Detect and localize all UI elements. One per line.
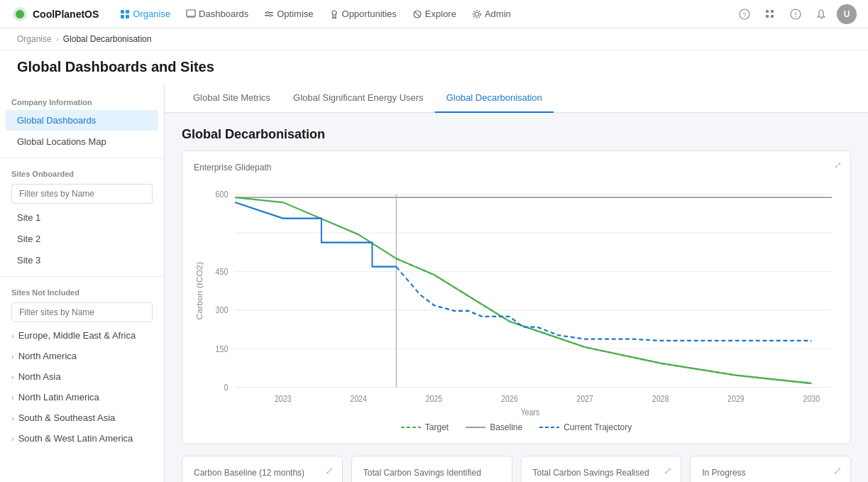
card-expand-icon-in-progress[interactable]: ⤢: [833, 465, 842, 476]
organise-icon: [120, 9, 130, 19]
chart-area: .axis-label { font: 11px sans-serif; fil…: [194, 178, 839, 420]
main-layout: Company Information Global Dashboards Gl…: [0, 84, 868, 482]
sites-not-included-label: Sites Not Included: [0, 283, 164, 300]
metric-card-savings-identified: Total Carbon Savings Identified 350,000 …: [351, 456, 512, 482]
metric-card-savings-realised: Total Carbon Savings Realised 120,000 tC…: [521, 456, 682, 482]
nav-item-admin[interactable]: Admin: [465, 4, 518, 23]
svg-rect-18: [766, 10, 769, 13]
apps-icon-button[interactable]: [760, 4, 780, 24]
page-title-bar: Global Dashboards and Sites: [0, 50, 868, 84]
breadcrumb-parent[interactable]: Organise: [17, 34, 52, 44]
help-circle-icon: [790, 9, 801, 20]
help-icon-button[interactable]: ?: [735, 4, 754, 24]
page-title: Global Dashboards and Sites: [17, 59, 851, 84]
svg-point-14: [475, 12, 479, 16]
metric-card-in-progress: In Progress 130,000 tCO2 eq ⤢: [690, 456, 851, 482]
nav-item-opportunities[interactable]: Opportunities: [322, 4, 404, 23]
tab-global-site-metrics[interactable]: Global Site Metrics: [182, 84, 282, 113]
logo-text: CoolPlanetOS: [33, 9, 99, 20]
nav-item-dashboards[interactable]: Dashboards: [179, 4, 256, 23]
card-expand-icon-realised[interactable]: ⤢: [664, 465, 672, 476]
sidebar-item-global-dashboards[interactable]: Global Dashboards: [6, 110, 158, 131]
sidebar-item-site3[interactable]: Site 3: [6, 250, 158, 270]
breadcrumb-current: Global Decarbonisation: [63, 34, 152, 44]
card-expand-icon-baseline[interactable]: ⤢: [325, 465, 334, 476]
region-item-south-west-latin-america[interactable]: › South & West Latin America: [0, 428, 164, 449]
svg-text:2025: 2025: [426, 394, 443, 403]
svg-text:0: 0: [224, 383, 228, 392]
svg-point-23: [795, 16, 796, 17]
svg-rect-4: [121, 15, 124, 18]
target-legend-line: [401, 424, 421, 431]
chevron-icon: ›: [11, 434, 14, 443]
tab-global-significant-energy[interactable]: Global Significant Energy Users: [282, 84, 435, 113]
region-item-north-asia[interactable]: › North Asia: [0, 366, 164, 387]
svg-text:2030: 2030: [803, 394, 820, 403]
breadcrumb-separator: ›: [56, 34, 59, 44]
legend-baseline: Baseline: [466, 422, 522, 432]
apps-icon: [764, 9, 776, 20]
nav-item-organise[interactable]: Organise: [113, 4, 177, 23]
chart-legend: Target Baseline Current Trajectory: [194, 422, 839, 432]
nav-right: ? U: [735, 4, 857, 24]
metric-label-savings-realised: Total Carbon Savings Realised: [533, 468, 670, 478]
region-item-north-latin-america[interactable]: › North Latin America: [0, 387, 164, 407]
metric-label-in-progress: In Progress: [702, 468, 839, 478]
chevron-icon: ›: [11, 393, 14, 402]
chart-card: Enterprise Glidepath ⤢ .axis-label { fon…: [182, 150, 851, 444]
tabs-bar: Global Site Metrics Global Significant E…: [165, 84, 868, 113]
notification-icon: [815, 9, 827, 20]
logo-icon: [11, 6, 28, 23]
baseline-legend-line: [466, 424, 485, 431]
chevron-icon: ›: [11, 352, 14, 361]
company-section-label: Company Information: [0, 92, 164, 109]
legend-target: Target: [401, 422, 449, 432]
svg-text:?: ?: [742, 11, 746, 18]
help-icon: ?: [739, 9, 750, 20]
sites-onboarded-label: Sites Onboarded: [0, 164, 164, 181]
section-title: Global Decarbonisation: [182, 127, 851, 142]
legend-current-trajectory: Current Trajectory: [539, 422, 632, 432]
svg-text:2028: 2028: [652, 394, 669, 403]
optimise-icon: [264, 9, 274, 19]
svg-rect-20: [766, 15, 769, 18]
nav-item-optimise[interactable]: Optimise: [257, 4, 320, 23]
svg-point-12: [332, 11, 336, 15]
expand-icon[interactable]: ⤢: [834, 160, 842, 170]
explore-icon: [412, 9, 422, 19]
logo[interactable]: CoolPlanetOS: [11, 6, 99, 23]
nav-items: Organise Dashboards Optimise Opportuniti…: [113, 4, 729, 23]
svg-text:300: 300: [216, 306, 229, 315]
region-item-south-southeast-asia[interactable]: › South & Southeast Asia: [0, 407, 164, 428]
content-area: Global Site Metrics Global Significant E…: [165, 84, 868, 482]
nav-item-explore[interactable]: Explore: [405, 4, 463, 23]
svg-text:2024: 2024: [350, 394, 367, 403]
svg-rect-5: [126, 15, 129, 18]
help-circle-button[interactable]: [786, 4, 806, 24]
current-trajectory-legend-line: [539, 424, 559, 431]
sidebar-item-site1[interactable]: Site 1: [6, 207, 158, 228]
svg-text:150: 150: [216, 344, 229, 354]
chart-title: Enterprise Glidepath: [194, 163, 839, 172]
metric-label-savings-identified: Total Carbon Savings Identified: [363, 468, 500, 478]
divider-1: [0, 158, 164, 158]
sidebar-item-site2[interactable]: Site 2: [6, 229, 158, 249]
notification-button[interactable]: [811, 4, 831, 24]
svg-text:600: 600: [216, 190, 229, 199]
avatar[interactable]: U: [837, 4, 857, 24]
sites-filter-input[interactable]: [11, 184, 153, 204]
sites-not-included-filter[interactable]: [11, 302, 153, 322]
region-item-emea[interactable]: › Europe, Middle East & Africa: [0, 325, 164, 346]
svg-text:450: 450: [216, 267, 229, 276]
tab-global-decarbonisation[interactable]: Global Decarbonisation: [435, 84, 554, 113]
svg-point-11: [270, 14, 272, 16]
svg-text:Years: Years: [520, 408, 539, 417]
metric-label-baseline: Carbon Baseline (12 months): [194, 468, 331, 478]
region-item-north-america[interactable]: › North America: [0, 346, 164, 366]
metric-cards: Carbon Baseline (12 months) 600,000 tCO2…: [182, 456, 851, 482]
breadcrumb: Organise › Global Decarbonisation: [0, 28, 868, 50]
divider-2: [0, 276, 164, 277]
sidebar-item-global-locations-map[interactable]: Global Locations Map: [6, 131, 158, 152]
svg-text:2026: 2026: [501, 394, 518, 403]
chevron-icon: ›: [11, 332, 14, 340]
